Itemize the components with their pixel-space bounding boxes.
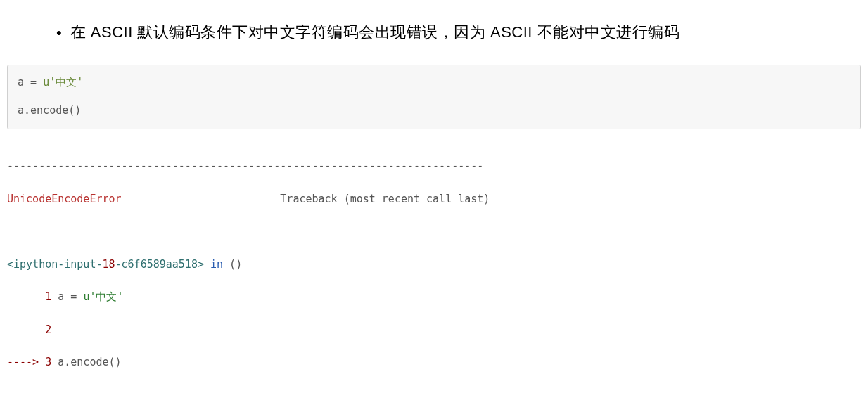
bullet-item: • 在 ASCII 默认编码条件下对中文字符编码会出现错误，因为 ASCII 不…: [56, 18, 868, 47]
ipython-input-rest: -c6f6589aa518>: [115, 258, 204, 271]
code-blank-line: [18, 91, 850, 102]
output-cell: ----------------------------------------…: [7, 142, 861, 393]
trace-line-3: ----> 3 a.encode(): [7, 354, 861, 371]
trace-lineno-2: 2: [45, 323, 51, 336]
bullet-section: • 在 ASCII 默认编码条件下对中文字符编码会出现错误，因为 ASCII 不…: [0, 0, 868, 65]
trace-code-1-str: u'中文': [83, 290, 123, 303]
in-keyword: in: [204, 258, 229, 271]
trace-line-2: 2: [7, 322, 861, 338]
trace-lineno-3: 3: [45, 356, 51, 368]
code-string-literal: u'中文': [43, 76, 83, 89]
code-call-paren: (): [68, 104, 81, 117]
code-input-cell: a = u'中文' a.encode(): [7, 65, 861, 129]
error-class-name: UnicodeEncodeError: [7, 193, 122, 205]
traceback-label: Traceback (most recent call last): [122, 193, 490, 205]
code-call-prefix: a.encode: [18, 104, 68, 117]
module-close-paren: ): [236, 258, 242, 271]
output-blank-0: [7, 224, 861, 240]
bullet-marker-icon: •: [56, 19, 62, 47]
ipython-input-num: 18: [102, 258, 115, 271]
trace-line-1: 1 a = u'中文': [7, 289, 861, 305]
output-divider: ----------------------------------------…: [7, 158, 861, 174]
output-input-ref: <ipython-input-18-c6f6589aa518> in (): [7, 257, 861, 273]
code-assign-prefix: a =: [18, 76, 43, 89]
ipython-input-open: <ipython-input-: [7, 258, 102, 271]
trace-indent-2: [7, 323, 45, 336]
code-line-1: a = u'中文': [18, 74, 850, 92]
output-error-header: UnicodeEncodeError Traceback (most recen…: [7, 191, 861, 207]
trace-code-1-prefix: a =: [51, 290, 83, 303]
trace-lineno-1: 1: [45, 290, 51, 303]
module-open-paren: (: [229, 258, 236, 271]
output-blank-1: [7, 387, 861, 393]
trace-code-3: a.encode(): [51, 356, 121, 368]
trace-indent-1: [7, 290, 45, 303]
bullet-text: 在 ASCII 默认编码条件下对中文字符编码会出现错误，因为 ASCII 不能对…: [70, 18, 679, 47]
code-line-2: a.encode(): [18, 102, 850, 120]
trace-arrow: ---->: [7, 356, 45, 368]
